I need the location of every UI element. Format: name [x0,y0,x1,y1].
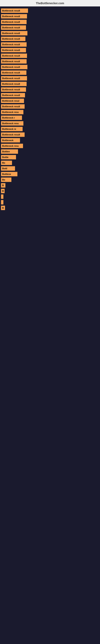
bar-row: Bottleneck result [1,76,99,80]
bottleneck-bar: Bottleneck result [1,8,28,13]
bottleneck-bar: Bottlene [1,172,17,176]
bar-row: Bottlene [1,172,99,176]
bottleneck-bar: Bottleneck r [1,116,22,120]
bar-row: Bottleneck result [1,8,99,13]
bar-row: B [1,189,99,193]
bottleneck-bar: B [1,189,4,193]
bar-row: Bo [1,178,99,182]
bar-row [1,200,99,204]
bottleneck-bar: Bottleneck result [1,37,25,41]
bottleneck-bar [1,200,3,204]
bar-row: Bottleneck result [1,42,99,47]
bar-row [1,194,99,199]
bottleneck-bar: Bottleneck result [1,132,25,137]
bottleneck-bar: Bottleneck result [1,104,25,109]
bar-row: Bottleneck r [1,116,99,120]
bar-row: B [1,206,99,210]
bottleneck-bar: Bottleneck result [1,70,26,75]
bottleneck-bar: Bottleneck re [1,127,23,131]
bar-row: Bottleneck result [1,14,99,18]
bottleneck-bar: Bottl [1,166,15,171]
bar-row: Bottleneck result [1,87,99,92]
bar-row: Bottleneck result [1,37,99,41]
bottleneck-bar: Bo [1,160,12,165]
bar-row: Bottleneck result [1,20,99,24]
bottleneck-bar: Bottle [1,155,16,160]
bar-row: Bottleneck result [1,82,99,86]
bar-row: Bottleneck result [1,70,99,75]
bar-row: Bo [1,160,99,165]
bar-row: Bottleneck resul [1,98,99,103]
bar-row: Bottleneck result [1,54,99,58]
bar-row: Bottl [1,166,99,171]
bottleneck-bar: Bottleneck result [1,20,27,24]
site-title: TheBottlenecker.com [36,2,64,5]
bar-row: B [1,183,99,188]
bar-row: Bottleneck result [1,31,99,36]
bottleneck-bar: Bottleneck result [1,54,27,58]
bar-row: Bottleneck result [1,65,99,69]
bar-row: Bottleneck result [1,93,99,98]
bottleneck-bar: Bottleneck result [1,65,27,69]
bar-row: Bottleneck result [1,59,99,64]
bottleneck-bar: Bottleneck result [1,93,25,98]
bottleneck-bar: Bottleneck result [1,25,26,30]
bar-row: Bottlen [1,149,99,154]
bottleneck-bar: Bo [1,178,11,182]
bar-row: Bottleneck [1,138,99,142]
bar-row: Bottleneck resu [1,121,99,126]
bottleneck-bar: Bottleneck result [1,42,27,47]
bar-row: Bottleneck result [1,48,99,52]
bar-row: Bottleneck re [1,127,99,131]
bar-row: Bottleneck result [1,132,99,137]
bottleneck-bar: Bottleneck result [1,76,27,80]
bar-row: Bottleneck resu [1,110,99,114]
bottleneck-bar: Bottleneck result [1,48,26,52]
bottleneck-bar: Bottleneck result [1,59,27,64]
bottleneck-bar: Bottleneck [1,138,20,142]
bottleneck-bar: Bottlen [1,149,18,154]
bottleneck-bar: B [1,206,5,210]
bars-container: Bottleneck resultBottleneck resultBottle… [0,6,100,213]
bottleneck-bar [1,194,3,199]
bar-row: Bottleneck resu [1,144,99,148]
bottleneck-bar: Bottleneck result [1,31,27,36]
bottleneck-bar: B [1,183,5,188]
bottleneck-bar: Bottleneck resu [1,121,23,126]
bottleneck-bar: Bottleneck result [1,87,26,92]
bar-row: Bottleneck result [1,104,99,109]
bar-row: Bottle [1,155,99,160]
bottleneck-bar: Bottleneck resu [1,144,23,148]
bottleneck-bar: Bottleneck resu [1,110,23,114]
bottleneck-bar: Bottleneck resul [1,98,24,103]
bottleneck-bar: Bottleneck result [1,82,27,86]
bar-row: Bottleneck result [1,25,99,30]
bottleneck-bar: Bottleneck result [1,14,27,18]
page-header: TheBottlenecker.com [0,0,100,6]
